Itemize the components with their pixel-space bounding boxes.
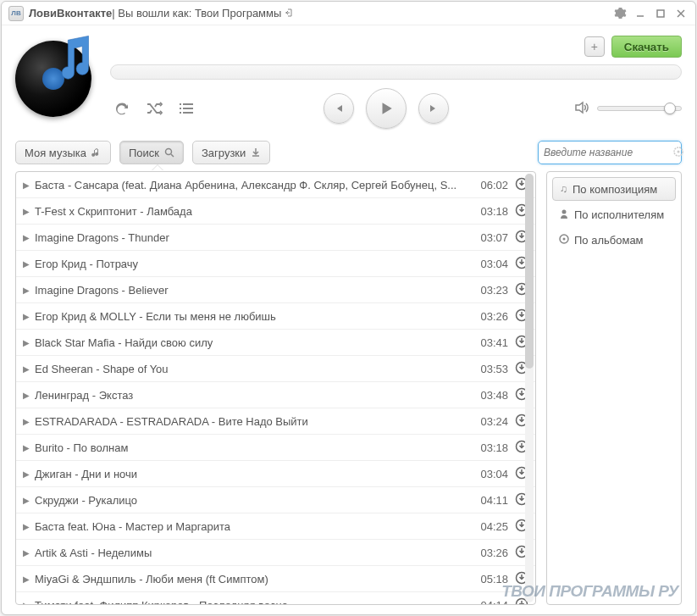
- login-status: | Вы вошли как: Твои Программы: [112, 7, 281, 19]
- track-title: Imagine Dragons - Believer: [35, 284, 473, 297]
- playlist-button[interactable]: [174, 97, 198, 120]
- track-duration: 03:48: [480, 389, 508, 402]
- track-row[interactable]: ▶Burito - По волнам03:18: [16, 435, 535, 461]
- maximize-button[interactable]: [653, 6, 668, 21]
- track-title: T-Fest x Скриптонит - Ламбада: [35, 205, 473, 218]
- track-row[interactable]: ▶Баста - Сансара (feat. Диана Арбенина, …: [16, 172, 535, 198]
- person-icon: [559, 208, 569, 221]
- app-window: ЛВ ЛовиВконтакте | Вы вошли как: Твои Пр…: [1, 1, 696, 615]
- next-button[interactable]: [418, 93, 449, 124]
- tab-label: Моя музыка: [25, 147, 86, 159]
- track-row[interactable]: ▶Тимати feat. Филипп Киркоров - Последня…: [16, 592, 535, 605]
- track-duration: 03:53: [480, 363, 508, 375]
- repeat-button[interactable]: [110, 97, 134, 120]
- play-icon: ▶: [23, 548, 30, 558]
- add-button[interactable]: +: [584, 36, 605, 57]
- track-title: Imagine Dragons - Thunder: [35, 231, 473, 244]
- track-duration: 03:24: [480, 415, 508, 428]
- track-row[interactable]: ▶Егор Крид & MOLLY - Если ты меня не люб…: [16, 303, 535, 330]
- search-box[interactable]: [538, 141, 682, 164]
- track-duration: 03:23: [480, 284, 508, 297]
- play-icon: ▶: [23, 286, 30, 295]
- play-icon: ▶: [23, 338, 30, 347]
- search-input[interactable]: [544, 147, 672, 158]
- search-settings-icon[interactable]: [672, 145, 685, 161]
- track-row[interactable]: ▶T-Fest x Скриптонит - Ламбада03:18: [16, 198, 535, 225]
- track-duration: 04:11: [480, 494, 508, 507]
- app-title: ЛовиВконтакте: [29, 7, 112, 19]
- track-duration: 05:18: [480, 573, 508, 585]
- filter-label: По альбомам: [574, 234, 644, 247]
- app-icon: ЛВ: [8, 6, 24, 21]
- track-title: Джиган - Дни и ночи: [35, 468, 473, 480]
- track-duration: 04:14: [480, 599, 508, 606]
- play-icon: ▶: [23, 259, 30, 269]
- track-title: MiyaGi & Эндшпиль - Люби меня (ft Симпто…: [35, 573, 473, 585]
- svg-line-3: [171, 154, 174, 157]
- volume-thumb[interactable]: [664, 103, 676, 114]
- tabs-row: Моя музыка Поиск Загрузки: [2, 136, 695, 164]
- track-row[interactable]: ▶Imagine Dragons - Thunder03:07: [16, 225, 535, 251]
- track-title: Баста feat. Юна - Мастер и Маргарита: [35, 520, 473, 533]
- tab-label: Поиск: [129, 147, 159, 159]
- minimize-button[interactable]: [633, 6, 648, 21]
- svg-rect-1: [657, 10, 664, 17]
- track-row[interactable]: ▶ESTRADARADA - ESTRADARADA - Вите Надо В…: [16, 408, 535, 435]
- prev-button[interactable]: [324, 93, 354, 124]
- svg-point-2: [165, 149, 171, 155]
- tab-downloads[interactable]: Загрузки: [192, 141, 270, 164]
- filter-label: По композициям: [573, 183, 657, 196]
- shuffle-button[interactable]: [142, 97, 166, 120]
- play-icon: ▶: [23, 574, 30, 584]
- tab-my-music[interactable]: Моя музыка: [15, 141, 111, 164]
- track-duration: 03:26: [480, 310, 508, 323]
- download-button[interactable]: Скачать: [611, 36, 682, 58]
- gear-icon[interactable]: [612, 6, 628, 21]
- filter-by-album[interactable]: По альбомам: [552, 228, 676, 252]
- track-row[interactable]: ▶Ленинград - Экстаз03:48: [16, 382, 535, 408]
- scrollbar-thumb[interactable]: [525, 174, 534, 369]
- music-note-icon: [91, 147, 102, 158]
- track-row[interactable]: ▶Ed Sheeran - Shape of You03:53: [16, 356, 535, 382]
- tab-label: Загрузки: [202, 147, 246, 159]
- disc-icon: [559, 234, 569, 247]
- play-icon: ▶: [23, 469, 30, 479]
- tab-search[interactable]: Поиск: [119, 141, 184, 164]
- close-button[interactable]: [673, 6, 689, 21]
- play-icon: ▶: [23, 364, 30, 374]
- track-duration: 03:26: [480, 547, 508, 559]
- volume-icon[interactable]: [573, 99, 590, 119]
- filter-by-track[interactable]: ♫ По композициям: [552, 177, 676, 201]
- progress-bar[interactable]: [110, 64, 682, 80]
- play-button[interactable]: [366, 88, 407, 129]
- track-row[interactable]: ▶MiyaGi & Эндшпиль - Люби меня (ft Симпт…: [16, 566, 535, 592]
- track-title: ESTRADARADA - ESTRADARADA - Вите Надо Вы…: [35, 415, 473, 428]
- track-row[interactable]: ▶Скруджи - Рукалицо04:11: [16, 487, 535, 513]
- play-icon: ▶: [23, 180, 30, 190]
- track-duration: 03:18: [480, 205, 508, 218]
- track-row[interactable]: ▶Black Star Mafia - Найди свою силу03:41: [16, 330, 535, 356]
- track-list: ▶Баста - Сансара (feat. Диана Арбенина, …: [15, 171, 536, 605]
- track-title: Егор Крид - Потрачу: [35, 258, 473, 270]
- play-icon: ▶: [23, 391, 30, 400]
- track-title: Тимати feat. Филипп Киркоров - Последняя…: [35, 599, 473, 606]
- track-title: Скруджи - Рукалицо: [35, 494, 473, 507]
- download-icon: [251, 147, 261, 158]
- logout-icon[interactable]: [285, 8, 293, 19]
- play-icon: ▶: [23, 443, 30, 452]
- filter-panel: ♫ По композициям По исполнителям По альб…: [546, 171, 682, 605]
- track-row[interactable]: ▶Баста feat. Юна - Мастер и Маргарита04:…: [16, 513, 535, 540]
- track-title: Black Star Mafia - Найди свою силу: [35, 336, 473, 349]
- volume-slider[interactable]: [597, 106, 682, 111]
- track-row[interactable]: ▶Джиган - Дни и ночи03:04: [16, 461, 535, 487]
- play-icon: ▶: [23, 312, 30, 321]
- track-title: Burito - По волнам: [35, 441, 473, 454]
- track-row[interactable]: ▶Imagine Dragons - Believer03:23: [16, 277, 535, 303]
- scrollbar[interactable]: [525, 174, 534, 602]
- play-icon: ▶: [23, 522, 30, 531]
- track-row[interactable]: ▶Егор Крид - Потрачу03:04: [16, 251, 535, 277]
- filter-by-artist[interactable]: По исполнителям: [552, 203, 676, 226]
- track-title: Artik & Asti - Неделимы: [35, 547, 473, 559]
- track-row[interactable]: ▶Artik & Asti - Неделимы03:26: [16, 540, 535, 566]
- play-icon: ▶: [23, 207, 30, 216]
